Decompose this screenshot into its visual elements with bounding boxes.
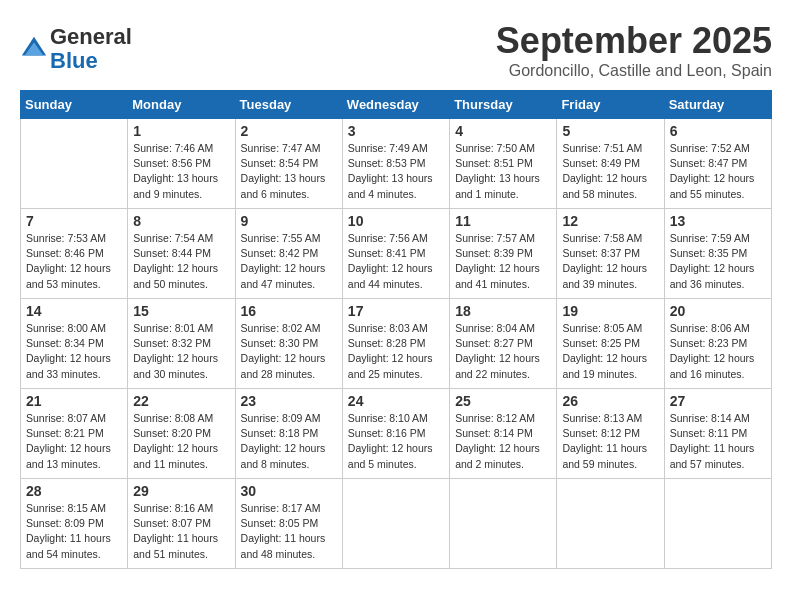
- day-info: Sunrise: 8:04 AM Sunset: 8:27 PM Dayligh…: [455, 321, 551, 382]
- day-info: Sunrise: 8:09 AM Sunset: 8:18 PM Dayligh…: [241, 411, 337, 472]
- day-info: Sunrise: 8:08 AM Sunset: 8:20 PM Dayligh…: [133, 411, 229, 472]
- day-info: Sunrise: 8:15 AM Sunset: 8:09 PM Dayligh…: [26, 501, 122, 562]
- calendar-cell: 19Sunrise: 8:05 AM Sunset: 8:25 PM Dayli…: [557, 299, 664, 389]
- calendar-week-row: 28Sunrise: 8:15 AM Sunset: 8:09 PM Dayli…: [21, 479, 772, 569]
- day-info: Sunrise: 8:13 AM Sunset: 8:12 PM Dayligh…: [562, 411, 658, 472]
- calendar-cell: 6Sunrise: 7:52 AM Sunset: 8:47 PM Daylig…: [664, 119, 771, 209]
- day-info: Sunrise: 8:10 AM Sunset: 8:16 PM Dayligh…: [348, 411, 444, 472]
- day-info: Sunrise: 8:17 AM Sunset: 8:05 PM Dayligh…: [241, 501, 337, 562]
- calendar-cell: 20Sunrise: 8:06 AM Sunset: 8:23 PM Dayli…: [664, 299, 771, 389]
- day-info: Sunrise: 7:59 AM Sunset: 8:35 PM Dayligh…: [670, 231, 766, 292]
- day-number: 5: [562, 123, 658, 139]
- day-number: 3: [348, 123, 444, 139]
- title-block: September 2025 Gordoncillo, Castille and…: [496, 20, 772, 80]
- calendar-week-row: 1Sunrise: 7:46 AM Sunset: 8:56 PM Daylig…: [21, 119, 772, 209]
- calendar-week-row: 21Sunrise: 8:07 AM Sunset: 8:21 PM Dayli…: [21, 389, 772, 479]
- calendar-cell: 17Sunrise: 8:03 AM Sunset: 8:28 PM Dayli…: [342, 299, 449, 389]
- calendar-cell: 2Sunrise: 7:47 AM Sunset: 8:54 PM Daylig…: [235, 119, 342, 209]
- calendar-cell: [450, 479, 557, 569]
- logo: General Blue: [20, 25, 132, 73]
- header-tuesday: Tuesday: [235, 91, 342, 119]
- day-number: 21: [26, 393, 122, 409]
- day-info: Sunrise: 8:00 AM Sunset: 8:34 PM Dayligh…: [26, 321, 122, 382]
- day-number: 1: [133, 123, 229, 139]
- calendar-cell: [664, 479, 771, 569]
- day-info: Sunrise: 7:54 AM Sunset: 8:44 PM Dayligh…: [133, 231, 229, 292]
- month-title: September 2025: [496, 20, 772, 62]
- calendar-cell: 13Sunrise: 7:59 AM Sunset: 8:35 PM Dayli…: [664, 209, 771, 299]
- calendar-cell: 23Sunrise: 8:09 AM Sunset: 8:18 PM Dayli…: [235, 389, 342, 479]
- calendar-cell: 9Sunrise: 7:55 AM Sunset: 8:42 PM Daylig…: [235, 209, 342, 299]
- calendar-header-row: SundayMondayTuesdayWednesdayThursdayFrid…: [21, 91, 772, 119]
- day-number: 15: [133, 303, 229, 319]
- calendar-week-row: 14Sunrise: 8:00 AM Sunset: 8:34 PM Dayli…: [21, 299, 772, 389]
- header-sunday: Sunday: [21, 91, 128, 119]
- logo-text-line2: Blue: [50, 49, 132, 73]
- day-number: 7: [26, 213, 122, 229]
- day-number: 22: [133, 393, 229, 409]
- day-number: 9: [241, 213, 337, 229]
- day-info: Sunrise: 7:50 AM Sunset: 8:51 PM Dayligh…: [455, 141, 551, 202]
- day-number: 11: [455, 213, 551, 229]
- day-number: 6: [670, 123, 766, 139]
- day-info: Sunrise: 8:06 AM Sunset: 8:23 PM Dayligh…: [670, 321, 766, 382]
- calendar-cell: 14Sunrise: 8:00 AM Sunset: 8:34 PM Dayli…: [21, 299, 128, 389]
- day-number: 17: [348, 303, 444, 319]
- header-saturday: Saturday: [664, 91, 771, 119]
- calendar-table: SundayMondayTuesdayWednesdayThursdayFrid…: [20, 90, 772, 569]
- day-info: Sunrise: 7:58 AM Sunset: 8:37 PM Dayligh…: [562, 231, 658, 292]
- calendar-cell: 22Sunrise: 8:08 AM Sunset: 8:20 PM Dayli…: [128, 389, 235, 479]
- day-number: 12: [562, 213, 658, 229]
- calendar-cell: 8Sunrise: 7:54 AM Sunset: 8:44 PM Daylig…: [128, 209, 235, 299]
- calendar-cell: 7Sunrise: 7:53 AM Sunset: 8:46 PM Daylig…: [21, 209, 128, 299]
- calendar-week-row: 7Sunrise: 7:53 AM Sunset: 8:46 PM Daylig…: [21, 209, 772, 299]
- day-info: Sunrise: 8:16 AM Sunset: 8:07 PM Dayligh…: [133, 501, 229, 562]
- header-monday: Monday: [128, 91, 235, 119]
- day-number: 30: [241, 483, 337, 499]
- day-number: 28: [26, 483, 122, 499]
- day-info: Sunrise: 7:55 AM Sunset: 8:42 PM Dayligh…: [241, 231, 337, 292]
- day-info: Sunrise: 8:01 AM Sunset: 8:32 PM Dayligh…: [133, 321, 229, 382]
- calendar-cell: 11Sunrise: 7:57 AM Sunset: 8:39 PM Dayli…: [450, 209, 557, 299]
- day-info: Sunrise: 7:53 AM Sunset: 8:46 PM Dayligh…: [26, 231, 122, 292]
- location: Gordoncillo, Castille and Leon, Spain: [496, 62, 772, 80]
- calendar-cell: 15Sunrise: 8:01 AM Sunset: 8:32 PM Dayli…: [128, 299, 235, 389]
- calendar-cell: 26Sunrise: 8:13 AM Sunset: 8:12 PM Dayli…: [557, 389, 664, 479]
- calendar-cell: 24Sunrise: 8:10 AM Sunset: 8:16 PM Dayli…: [342, 389, 449, 479]
- logo-text-line1: General: [50, 25, 132, 49]
- day-number: 8: [133, 213, 229, 229]
- day-number: 25: [455, 393, 551, 409]
- page-header: General Blue September 2025 Gordoncillo,…: [20, 20, 772, 80]
- calendar-cell: 18Sunrise: 8:04 AM Sunset: 8:27 PM Dayli…: [450, 299, 557, 389]
- calendar-cell: 29Sunrise: 8:16 AM Sunset: 8:07 PM Dayli…: [128, 479, 235, 569]
- day-info: Sunrise: 7:57 AM Sunset: 8:39 PM Dayligh…: [455, 231, 551, 292]
- calendar-cell: 30Sunrise: 8:17 AM Sunset: 8:05 PM Dayli…: [235, 479, 342, 569]
- calendar-cell: 28Sunrise: 8:15 AM Sunset: 8:09 PM Dayli…: [21, 479, 128, 569]
- day-number: 18: [455, 303, 551, 319]
- day-number: 4: [455, 123, 551, 139]
- day-info: Sunrise: 8:07 AM Sunset: 8:21 PM Dayligh…: [26, 411, 122, 472]
- header-thursday: Thursday: [450, 91, 557, 119]
- calendar-cell: 4Sunrise: 7:50 AM Sunset: 8:51 PM Daylig…: [450, 119, 557, 209]
- day-info: Sunrise: 8:02 AM Sunset: 8:30 PM Dayligh…: [241, 321, 337, 382]
- day-number: 24: [348, 393, 444, 409]
- day-number: 23: [241, 393, 337, 409]
- day-info: Sunrise: 8:03 AM Sunset: 8:28 PM Dayligh…: [348, 321, 444, 382]
- calendar-cell: [342, 479, 449, 569]
- logo-icon: [20, 35, 48, 63]
- day-number: 13: [670, 213, 766, 229]
- day-number: 19: [562, 303, 658, 319]
- day-number: 20: [670, 303, 766, 319]
- calendar-cell: 10Sunrise: 7:56 AM Sunset: 8:41 PM Dayli…: [342, 209, 449, 299]
- calendar-cell: 5Sunrise: 7:51 AM Sunset: 8:49 PM Daylig…: [557, 119, 664, 209]
- calendar-cell: 16Sunrise: 8:02 AM Sunset: 8:30 PM Dayli…: [235, 299, 342, 389]
- day-info: Sunrise: 7:46 AM Sunset: 8:56 PM Dayligh…: [133, 141, 229, 202]
- day-info: Sunrise: 7:52 AM Sunset: 8:47 PM Dayligh…: [670, 141, 766, 202]
- day-number: 26: [562, 393, 658, 409]
- calendar-cell: 12Sunrise: 7:58 AM Sunset: 8:37 PM Dayli…: [557, 209, 664, 299]
- day-info: Sunrise: 7:56 AM Sunset: 8:41 PM Dayligh…: [348, 231, 444, 292]
- calendar-cell: 27Sunrise: 8:14 AM Sunset: 8:11 PM Dayli…: [664, 389, 771, 479]
- calendar-cell: [21, 119, 128, 209]
- day-number: 2: [241, 123, 337, 139]
- day-number: 16: [241, 303, 337, 319]
